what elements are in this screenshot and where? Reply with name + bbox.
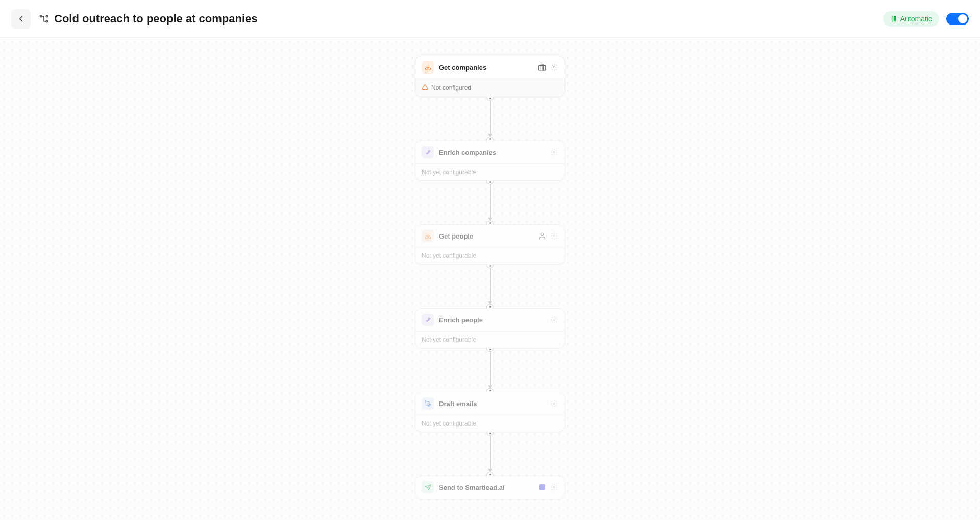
svg-point-16: [553, 403, 555, 405]
svg-point-1: [46, 15, 47, 17]
svg-point-13: [541, 233, 543, 235]
node-header: Enrich people: [415, 309, 565, 331]
chevron-left-icon: [16, 14, 26, 23]
node-header-left: Enrich companies: [422, 146, 496, 158]
gear-icon[interactable]: [550, 483, 558, 491]
node-get-people[interactable]: Get people: [415, 224, 565, 265]
node-header: Draft emails: [415, 392, 565, 415]
node-header-left: Send to Smartlead.ai: [422, 481, 505, 493]
warning-icon: [422, 84, 428, 92]
automatic-badge[interactable]: Automatic: [883, 11, 939, 27]
download-icon: [422, 230, 434, 242]
send-icon: [422, 481, 434, 493]
connector: [486, 181, 494, 224]
node-header: Get people: [415, 225, 565, 247]
node-body: Not yet configurable: [415, 163, 565, 180]
svg-rect-4: [894, 16, 895, 21]
automatic-label: Automatic: [900, 15, 932, 23]
header-right: Automatic: [883, 11, 969, 27]
svg-rect-3: [892, 16, 893, 21]
gear-icon[interactable]: [550, 399, 558, 408]
node-header-left: Draft emails: [422, 397, 477, 410]
svg-point-14: [553, 235, 555, 237]
node-title: Enrich people: [439, 316, 483, 324]
node-status: Not configured: [431, 84, 471, 91]
connector: [486, 432, 494, 476]
node-title: Get companies: [439, 64, 486, 72]
node-header-left: Get people: [422, 230, 473, 242]
node-header-right: [550, 399, 558, 408]
node-get-companies[interactable]: Get companies: [415, 56, 565, 97]
node-header-left: Get companies: [422, 61, 486, 74]
person-icon[interactable]: [538, 232, 546, 240]
pause-icon: [890, 15, 897, 22]
briefcase-icon[interactable]: [538, 63, 546, 72]
node-enrich-companies[interactable]: Enrich companies Not yet configurable: [415, 140, 565, 181]
svg-point-8: [553, 66, 555, 68]
node-body: Not yet configurable: [415, 415, 565, 432]
header: Cold outreach to people at companies Aut…: [0, 0, 980, 38]
svg-rect-19: [539, 484, 545, 490]
node-title: Draft emails: [439, 400, 477, 408]
sparkle-icon: [422, 314, 434, 326]
title-group: Cold outreach to people at companies: [39, 12, 258, 26]
node-header-right: [550, 316, 558, 324]
connector: [486, 348, 494, 392]
gear-icon[interactable]: [550, 63, 558, 72]
toggle-knob: [958, 14, 967, 23]
node-status: Not yet configurable: [422, 252, 476, 259]
page-title: Cold outreach to people at companies: [54, 12, 258, 26]
node-status: Not yet configurable: [422, 336, 476, 343]
pen-icon: [422, 397, 434, 410]
node-body: Not yet configurable: [415, 331, 565, 348]
node-status: Not yet configurable: [422, 420, 476, 427]
node-header: Get companies: [415, 56, 565, 79]
node-title: Enrich companies: [439, 149, 496, 156]
connector: [486, 265, 494, 308]
back-button[interactable]: [11, 9, 31, 29]
workflow-icon: [39, 14, 49, 24]
app-icon[interactable]: [538, 483, 546, 491]
node-header-right: [550, 148, 558, 156]
node-send-smartlead[interactable]: Send to Smartlead.ai: [415, 476, 565, 499]
header-left: Cold outreach to people at companies: [11, 9, 258, 29]
node-title: Get people: [439, 232, 473, 240]
svg-point-15: [553, 319, 555, 321]
node-header-right: [538, 483, 558, 491]
gear-icon[interactable]: [550, 148, 558, 156]
node-title: Send to Smartlead.ai: [439, 484, 505, 491]
node-draft-emails[interactable]: Draft emails Not yet configurable: [415, 392, 565, 432]
download-icon: [422, 61, 434, 74]
node-header: Enrich companies: [415, 141, 565, 163]
svg-point-11: [553, 151, 555, 153]
sparkle-icon: [422, 146, 434, 158]
node-enrich-people[interactable]: Enrich people Not yet configurable: [415, 308, 565, 348]
node-body: Not yet configurable: [415, 247, 565, 264]
node-header-right: [538, 63, 558, 72]
toggle-switch[interactable]: [946, 13, 969, 25]
node-header-right: [538, 232, 558, 240]
gear-icon[interactable]: [550, 316, 558, 324]
canvas[interactable]: Get companies: [0, 38, 980, 520]
flow-container: Get companies: [415, 56, 565, 499]
gear-icon[interactable]: [550, 232, 558, 240]
node-header: Send to Smartlead.ai: [415, 476, 565, 499]
node-status: Not yet configurable: [422, 169, 476, 176]
node-header-left: Enrich people: [422, 314, 483, 326]
connector: [486, 97, 494, 140]
svg-point-20: [553, 486, 555, 488]
node-body: Not configured: [415, 79, 565, 97]
